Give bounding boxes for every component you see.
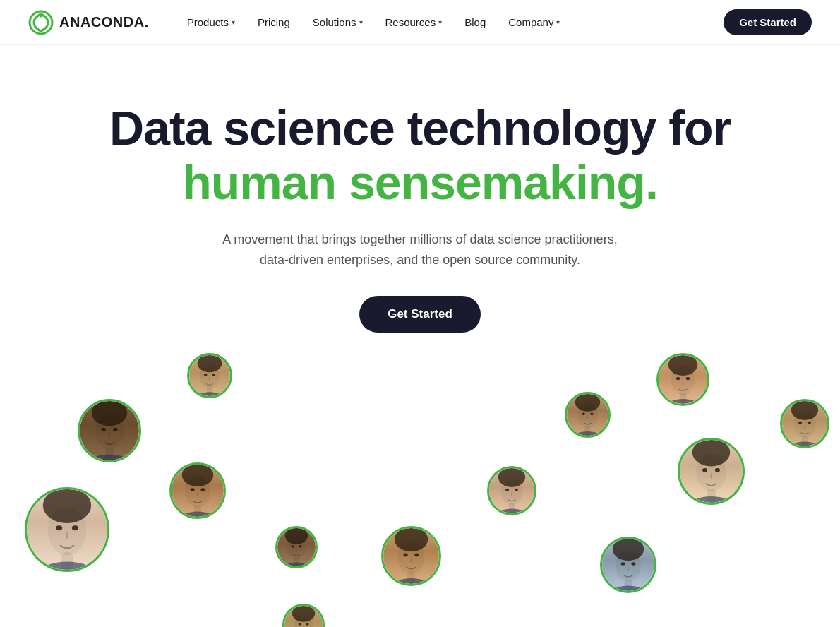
svg-point-40 [505, 489, 509, 491]
person-circle-10 [678, 438, 745, 505]
nav-item-blog[interactable]: Blog [455, 11, 496, 34]
svg-point-56 [692, 440, 730, 466]
svg-rect-36 [407, 572, 415, 584]
nav-item-company[interactable]: Company ▾ [498, 11, 570, 34]
svg-point-39 [501, 478, 523, 505]
chevron-down-icon: ▾ [232, 18, 235, 26]
svg-point-35 [414, 554, 419, 557]
svg-rect-6 [207, 387, 212, 396]
person-circle-3 [169, 462, 226, 519]
svg-point-19 [179, 512, 216, 517]
svg-point-33 [398, 540, 425, 573]
nav-item-pricing[interactable]: Pricing [248, 11, 300, 34]
svg-point-13 [89, 455, 131, 460]
svg-point-15 [185, 476, 210, 507]
svg-point-45 [577, 403, 597, 428]
svg-point-32 [395, 528, 428, 551]
svg-point-9 [95, 414, 124, 449]
svg-point-53 [686, 377, 690, 380]
svg-rect-24 [61, 552, 73, 570]
svg-rect-18 [194, 506, 201, 517]
svg-point-1 [40, 13, 43, 17]
svg-point-59 [715, 468, 720, 472]
svg-point-74 [292, 606, 315, 622]
svg-point-37 [392, 578, 431, 584]
nav-get-started-button[interactable]: Get Started [724, 9, 812, 35]
navbar: ANACONDA. Products ▾ Pricing Solutions ▾… [0, 0, 840, 45]
svg-rect-48 [584, 426, 590, 436]
person-circle-7 [487, 466, 536, 515]
nav-item-solutions[interactable]: Solutions ▾ [303, 11, 373, 34]
hero-section: Data science technology for human sensem… [0, 45, 840, 361]
svg-point-14 [182, 465, 213, 486]
svg-point-21 [48, 507, 87, 555]
svg-point-76 [298, 623, 301, 625]
svg-point-75 [294, 614, 313, 627]
svg-point-38 [498, 468, 525, 487]
svg-point-5 [212, 374, 215, 376]
nav-item-resources[interactable]: Resources ▾ [376, 11, 452, 34]
svg-point-3 [200, 364, 220, 389]
svg-point-8 [92, 401, 127, 426]
svg-point-46 [582, 413, 585, 416]
nav-cta-label: Get Started [739, 16, 796, 28]
svg-point-22 [56, 525, 62, 530]
chevron-down-icon: ▾ [359, 18, 363, 26]
svg-point-77 [306, 623, 308, 625]
svg-point-16 [191, 488, 195, 491]
person-circle-6 [381, 526, 441, 586]
svg-point-49 [573, 431, 602, 436]
svg-point-10 [101, 428, 106, 431]
nav-item-products[interactable]: Products ▾ [177, 11, 245, 34]
svg-point-17 [200, 488, 205, 491]
svg-point-29 [299, 545, 301, 547]
nav-label-company: Company [508, 16, 553, 28]
svg-rect-60 [707, 489, 715, 503]
nav-label-pricing: Pricing [258, 16, 290, 28]
svg-point-69 [616, 550, 641, 581]
nav-label-blog: Blog [464, 16, 486, 28]
hero-subtitle-line1: A movement that brings together millions… [222, 232, 617, 246]
chevron-down-icon: ▾ [438, 18, 442, 26]
chevron-down-icon: ▾ [556, 18, 560, 26]
svg-point-67 [789, 442, 821, 446]
svg-point-28 [291, 545, 294, 547]
nav-label-resources: Resources [385, 16, 436, 28]
svg-point-4 [204, 374, 208, 376]
svg-point-41 [515, 489, 518, 491]
person-circle-13 [282, 604, 325, 627]
person-circle-8 [565, 392, 611, 438]
svg-point-62 [791, 401, 818, 420]
nav-label-solutions: Solutions [313, 16, 356, 28]
logo-link[interactable]: ANACONDA. [28, 10, 149, 35]
svg-point-64 [798, 422, 802, 424]
svg-point-34 [403, 554, 407, 557]
svg-point-73 [610, 586, 647, 591]
logo-icon [28, 10, 54, 35]
hero-subtitle: A movement that brings together millions… [180, 229, 660, 270]
hero-title-line2: human sensemaking. [0, 155, 840, 210]
svg-point-31 [283, 563, 310, 566]
svg-rect-12 [105, 448, 114, 460]
svg-point-26 [285, 528, 308, 544]
hero-cta-label: Get Started [388, 307, 452, 321]
svg-rect-72 [625, 580, 632, 591]
person-circle-5 [275, 526, 318, 568]
svg-point-7 [196, 392, 224, 396]
svg-point-55 [666, 399, 700, 404]
nav-label-products: Products [187, 16, 229, 28]
svg-point-63 [794, 411, 816, 438]
svg-point-65 [808, 422, 811, 424]
svg-rect-66 [802, 436, 808, 446]
hero-get-started-button[interactable]: Get Started [359, 296, 481, 333]
person-circle-4 [25, 487, 109, 572]
svg-point-71 [631, 562, 635, 565]
svg-point-23 [72, 525, 78, 530]
person-circle-11 [780, 399, 829, 448]
hero-title-line1: Data science technology for [0, 102, 840, 155]
svg-point-47 [590, 413, 594, 416]
svg-point-51 [671, 366, 695, 395]
svg-point-43 [496, 509, 528, 513]
svg-point-27 [287, 537, 306, 559]
svg-point-44 [575, 394, 600, 412]
